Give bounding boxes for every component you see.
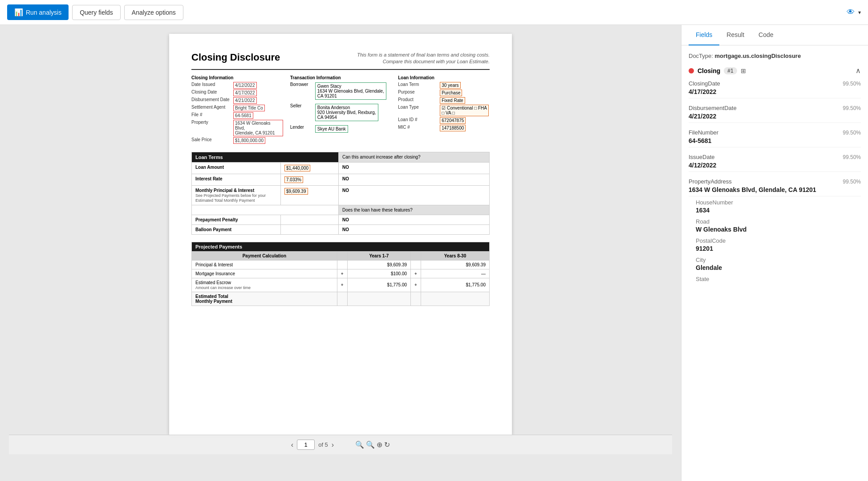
label-file-number: File # [191, 112, 231, 119]
collapse-icon[interactable]: ∧ [856, 66, 861, 75]
analyze-options-button[interactable]: Analyze options [124, 5, 183, 20]
zoom-in-button[interactable]: 🔍 [366, 440, 375, 449]
field-confidence-issue-date: 99.50% [843, 154, 861, 160]
info-row-file: File # 64-5681 [191, 112, 283, 119]
prev-page-button[interactable]: ‹ [291, 441, 293, 449]
loan-terms-row-rate: Interest Rate 7.033% NO [192, 174, 490, 185]
view-toggle-icon[interactable]: 👁 [847, 8, 855, 17]
rotate-button[interactable]: ↻ [384, 440, 390, 449]
field-value-property-address: 1634 W Glenoaks Blvd, Glendale, CA 91201 [689, 186, 861, 193]
field-name-file-number: FileNumber [689, 129, 718, 136]
field-value-closing-date: 4/17/2022 [689, 88, 861, 95]
lt-answer-prepayment: NO [339, 215, 490, 224]
proj-col1-header: Payment Calculation [192, 251, 337, 260]
loan-info-title: Loan Information [398, 75, 490, 80]
borrower-name: Gwen Stacy1634 W Glenoaks Blvd, Glendale… [315, 82, 386, 100]
query-fields-label: Query fields [80, 9, 113, 16]
info-row-mic: MIC # 147188500 [398, 125, 490, 131]
info-row-closing-date: Closing Date 4/17/2022 [191, 90, 283, 96]
field-value-file-number: 64-5681 [689, 137, 861, 144]
run-analysis-button[interactable]: 📊 Run analysis [7, 4, 69, 20]
right-panel: Fields Result Code DocType: mortgage.us.… [681, 25, 868, 481]
field-confidence-property-address: 99.50% [843, 179, 861, 185]
loan-terms-col2-header: Can this amount increase after closing? [339, 152, 490, 162]
proj-col3-plus [411, 251, 421, 260]
subfield-postal-code: PostalCode 91201 [689, 237, 861, 252]
field-issue-date-header: IssueDate 99.50% [689, 154, 861, 160]
projected-payments-table: Projected Payments Payment Calculation Y… [191, 242, 490, 306]
lender-name: Skye AU Bank [315, 125, 348, 133]
document-page: Closing Disclosure This form is a statem… [169, 34, 512, 435]
loan-terms-row-mpi: Monthly Principal & Interest See Project… [192, 185, 490, 205]
doc-title: Closing Disclosure [191, 52, 280, 63]
field-closing-date: ClosingDate 99.50% 4/17/2022 [689, 80, 861, 98]
doc-subtitle: This form is a statement of final loan t… [347, 52, 490, 65]
value-disbursement-date: 4/21/2022 [233, 97, 257, 104]
tab-code[interactable]: Code [751, 25, 780, 45]
loan-terms-header-row: Loan Terms Can this amount increase afte… [192, 152, 490, 162]
seller-block: Seller Bonita Anderson920 University Blv… [290, 103, 391, 121]
proj-val1-mi: $100.00 [347, 269, 410, 278]
lt-label-rate: Interest Rate [192, 174, 281, 185]
lt-features-spacer [192, 205, 339, 215]
lt-value-rate: 7.033% [281, 174, 339, 185]
proj-col3-header: Years 8-30 [421, 251, 489, 260]
lt-spacer-balloon [281, 224, 339, 234]
label-purpose: Purpose [398, 90, 438, 96]
doc-header: Closing Disclosure This form is a statem… [191, 52, 490, 70]
subfield-house-number: HouseNumber 1634 [689, 199, 861, 214]
subfield-state: State [689, 276, 861, 282]
loan-terms-table: Loan Terms Can this amount increase afte… [191, 152, 490, 235]
closing-info-col: Closing Information Date Issued 4/12/202… [191, 75, 283, 145]
proj-val2-escrow: $1,775.00 [421, 278, 489, 292]
label-sale-price: Sale Price [191, 137, 231, 144]
section-title-closing: Closing [698, 67, 720, 74]
current-page-input[interactable] [297, 440, 315, 450]
proj-row-total: Estimated TotalMonthly Payment [192, 292, 490, 306]
lender-label: Lender [290, 125, 312, 130]
subfield-name-city: City [696, 257, 861, 263]
field-issue-date: IssueDate 99.50% 4/12/2022 [689, 154, 861, 172]
section-header-closing[interactable]: Closing #1 ⊞ ∧ [689, 66, 861, 75]
field-name-property-address: PropertyAddress [689, 178, 732, 185]
proj-plus2-escrow: + [411, 278, 421, 292]
loan-terms-features-header-row: Does the loan have these features? [192, 205, 490, 215]
lt-value-mpi: $9,609.39 [281, 185, 339, 205]
tab-fields[interactable]: Fields [689, 25, 719, 45]
chevron-down-icon[interactable]: ▾ [858, 9, 861, 16]
lt-label-amount: Loan Amount [192, 162, 281, 174]
tab-result[interactable]: Result [719, 25, 751, 45]
section-badge: #1 [724, 67, 737, 74]
info-row-date-issued: Date Issued 4/12/2022 [191, 82, 283, 89]
query-fields-button[interactable]: Query fields [72, 5, 121, 20]
seller-label: Seller [290, 103, 312, 108]
proj-plus1-mi: + [337, 269, 347, 278]
field-name-issue-date: IssueDate [689, 154, 715, 160]
doc-title-block: Closing Disclosure [191, 52, 280, 65]
label-closing-date: Closing Date [191, 90, 231, 96]
lt-label-balloon: Balloon Payment [192, 224, 281, 234]
lt-label-mpi: Monthly Principal & Interest See Project… [192, 185, 281, 205]
subfield-name-postal-code: PostalCode [696, 237, 861, 244]
proj-col-header-row: Payment Calculation Years 1-7 Years 8-30 [192, 251, 490, 260]
pagination-bar: ‹ of 5 › 🔍 🔍 ⊕ ↻ [9, 435, 672, 454]
fit-page-button[interactable]: ⊕ [377, 440, 382, 449]
lt-answer-balloon: NO [339, 224, 490, 234]
main-layout: Closing Disclosure This form is a statem… [0, 25, 868, 481]
loan-terms-header: Loan Terms [192, 152, 339, 162]
grid-icon[interactable]: ⊞ [741, 67, 746, 74]
subfield-name-road: Road [696, 218, 861, 225]
value-mic: 147188500 [440, 125, 466, 131]
zoom-out-button[interactable]: 🔍 [355, 440, 364, 449]
lt-value-amount: $1,440,000 [281, 162, 339, 174]
transaction-info-col: Transaction Information Borrower Gwen St… [283, 75, 391, 145]
proj-plus1-pi [337, 260, 347, 269]
next-page-button[interactable]: › [332, 441, 334, 449]
page-total-label: of 5 [318, 441, 328, 448]
value-property: 1634 W Glenoaks Blvd,Glendale, CA 91201 [233, 120, 283, 136]
proj-label-mi: Mortgage Insurance [192, 269, 337, 278]
lt-answer-mpi: NO [339, 185, 490, 205]
subfield-name-house-number: HouseNumber [696, 199, 861, 206]
toolbar: 📊 Run analysis Query fields Analyze opti… [0, 0, 868, 25]
label-mic: MIC # [398, 125, 438, 131]
